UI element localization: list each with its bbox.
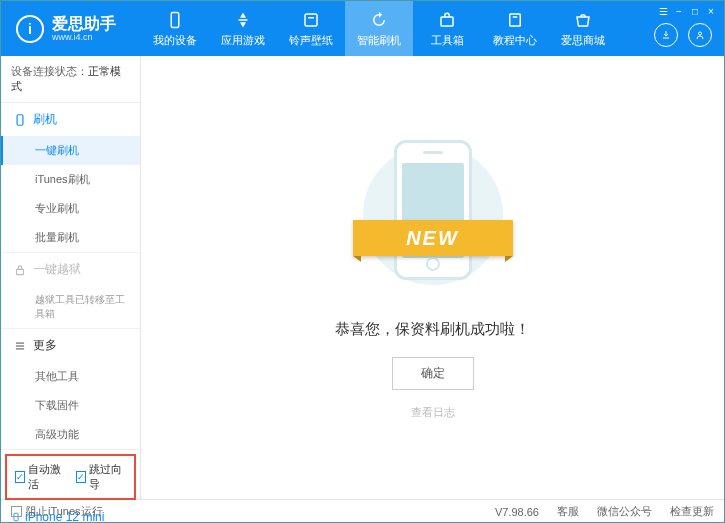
svg-point-6 [699,32,702,35]
store-icon [573,10,593,30]
skip-guide-checkbox[interactable]: ✓ 跳过向导 [76,462,127,492]
sidebar-more-header[interactable]: 更多 [1,329,140,362]
sidebar-item-pro[interactable]: 专业刷机 [1,194,140,223]
nav-apps[interactable]: 应用游戏 [209,1,277,56]
svg-rect-8 [17,269,24,274]
sidebar-flash-header[interactable]: 刷机 [1,103,140,136]
connection-status: 设备连接状态：正常模式 [1,56,140,103]
toolbox-icon [437,10,457,30]
refresh-icon [369,10,389,30]
nav-toolbox[interactable]: 工具箱 [413,1,481,56]
close-button[interactable]: × [704,5,718,17]
phone-icon [165,10,185,30]
checkbox-highlight: ✓ 自动激活 ✓ 跳过向导 [5,454,136,500]
nav-my-device[interactable]: 我的设备 [141,1,209,56]
sidebar-item-download[interactable]: 下载固件 [1,391,140,420]
svg-rect-1 [305,14,317,26]
svg-rect-7 [17,114,23,125]
confirm-button[interactable]: 确定 [392,357,474,390]
sidebar-item-batch[interactable]: 批量刷机 [1,223,140,252]
minimize-button[interactable]: − [672,5,686,17]
nav-tabs: 我的设备 应用游戏 铃声壁纸 智能刷机 工具箱 教程中心 爱思商城 [141,1,617,56]
check-icon: ✓ [15,471,25,483]
view-log-link[interactable]: 查看日志 [411,405,455,420]
block-itunes-checkbox[interactable]: 阻止iTunes运行 [11,504,103,519]
logo-icon: i [16,15,44,43]
check-icon: ✓ [76,471,86,483]
main-panel: NEW 恭喜您，保资料刷机成功啦！ 确定 查看日志 [141,56,724,499]
checkbox-icon [11,506,22,517]
auto-activate-checkbox[interactable]: ✓ 自动激活 [15,462,66,492]
sidebar-item-oneclick[interactable]: 一键刷机 [1,136,140,165]
menu-small-icon [13,339,27,353]
new-banner: NEW [353,220,513,256]
service-link[interactable]: 客服 [557,504,579,519]
version-label: V7.98.66 [495,506,539,518]
menu-icon[interactable]: ☰ [656,5,670,17]
app-name: 爱思助手 [52,16,116,32]
content-area: 设备连接状态：正常模式 刷机 一键刷机 iTunes刷机 专业刷机 批量刷机 一… [1,56,724,499]
sidebar: 设备连接状态：正常模式 刷机 一键刷机 iTunes刷机 专业刷机 批量刷机 一… [1,56,141,499]
svg-rect-3 [441,17,453,26]
app-url: www.i4.cn [52,32,116,42]
logo-area: i 爱思助手 www.i4.cn [1,15,141,43]
apps-icon [233,10,253,30]
nav-flash[interactable]: 智能刷机 [345,1,413,56]
lock-icon [13,263,27,277]
svg-rect-4 [510,14,521,26]
svg-rect-2 [308,17,314,19]
wallpaper-icon [301,10,321,30]
sidebar-item-other[interactable]: 其他工具 [1,362,140,391]
svg-rect-0 [171,12,179,27]
user-button[interactable] [688,23,712,47]
nav-store[interactable]: 爱思商城 [549,1,617,56]
download-button[interactable] [654,23,678,47]
success-message: 恭喜您，保资料刷机成功啦！ [335,320,530,339]
sidebar-item-advanced[interactable]: 高级功能 [1,420,140,449]
nav-tutorials[interactable]: 教程中心 [481,1,549,56]
wechat-link[interactable]: 微信公众号 [597,504,652,519]
sidebar-jailbreak-header: 一键越狱 [1,253,140,286]
sidebar-item-itunes[interactable]: iTunes刷机 [1,165,140,194]
nav-ringtones[interactable]: 铃声壁纸 [277,1,345,56]
header-right [654,23,712,47]
maximize-button[interactable]: □ [688,5,702,17]
app-header: i 爱思助手 www.i4.cn 我的设备 应用游戏 铃声壁纸 智能刷机 工具箱 [1,1,724,56]
update-link[interactable]: 检查更新 [670,504,714,519]
window-controls: ☰ − □ × [650,1,724,21]
sidebar-jailbreak-note: 越狱工具已转移至工具箱 [1,286,140,328]
book-icon [505,10,525,30]
phone-small-icon [13,113,27,127]
phone-illustration: NEW [343,135,523,295]
